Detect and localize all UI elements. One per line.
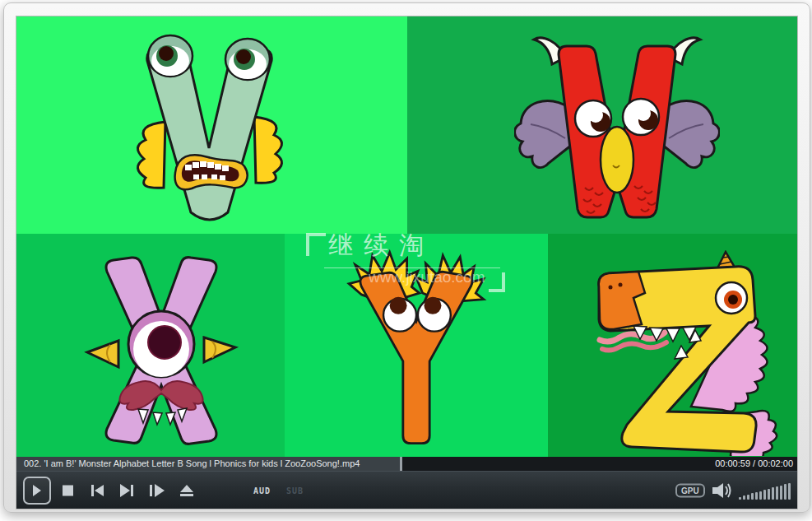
play-icon [33,485,41,496]
player-window: 继续淘 www.jixutao.com 002. 'I am B!' Monst… [3,2,810,513]
volume-bar[interactable] [743,495,745,499]
gpu-badge[interactable]: GPU [675,483,705,497]
next-icon [120,484,130,497]
volume-bars[interactable] [739,481,791,500]
monster-letter-w [514,30,720,227]
control-bar: AUD SUB GPU [16,471,797,509]
volume-bar[interactable] [776,486,778,500]
monster-letter-x [79,252,244,449]
volume-bar[interactable] [772,487,774,499]
volume-bar[interactable] [759,491,762,500]
play-button[interactable] [23,477,51,505]
volume-bar[interactable] [788,483,791,500]
volume-bar[interactable] [739,497,741,500]
player-content: 继续淘 www.jixutao.com 002. 'I am B!' Monst… [16,16,797,509]
time-display: 00:00:59 / 00:02:00 [715,457,793,471]
eject-icon [180,485,193,492]
seek-bar[interactable]: 002. 'I am B!' Monster Alphabet Letter B… [16,457,797,471]
previous-button[interactable] [91,485,104,496]
volume-bar[interactable] [768,489,770,500]
volume-bar[interactable] [763,490,766,499]
seek-playhead[interactable] [400,457,402,471]
frame-step-icon [150,485,152,496]
subtitle-toggle[interactable]: SUB [286,486,304,495]
volume-bar[interactable] [784,484,786,499]
monster-letter-z [586,250,791,456]
volume-bar[interactable] [780,486,782,500]
eject-button[interactable] [180,485,193,496]
frame-step-button[interactable] [150,484,165,497]
monster-letter-y [334,246,499,454]
audio-track-toggle[interactable]: AUD [253,486,271,495]
speaker-icon[interactable] [712,482,731,499]
monster-letter-v [128,25,292,230]
filename-text: 002. 'I am B!' Monster Alphabet Letter B… [24,457,360,471]
volume-bar[interactable] [751,493,754,499]
volume-bar[interactable] [755,492,758,500]
stop-button[interactable] [63,485,73,495]
video-display[interactable]: 继续淘 www.jixutao.com [16,16,797,457]
previous-icon [91,485,94,496]
volume-bar[interactable] [747,495,749,500]
next-button[interactable] [120,484,133,497]
